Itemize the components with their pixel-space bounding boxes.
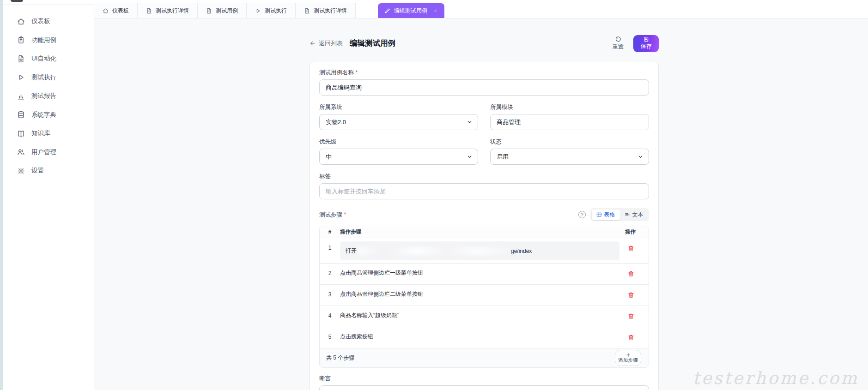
tab-icon	[384, 8, 390, 14]
step-text-cell[interactable]: 点击搜索按钮	[340, 327, 623, 341]
col-header-step: 操作步骤	[340, 228, 623, 235]
delete-step-button[interactable]	[625, 242, 637, 254]
sidebar-item-label: 测试执行	[31, 73, 56, 82]
steps-table-body: 1 打开 ge/index	[320, 238, 649, 348]
text-lines-icon	[625, 212, 630, 217]
module-input[interactable]	[490, 114, 649, 130]
case-name-input[interactable]	[319, 79, 649, 96]
sidebar-item-label: 仪表板	[31, 17, 50, 25]
sidebar-item-icon	[17, 130, 25, 138]
step-text-cell[interactable]: 打开 ge/index	[340, 238, 623, 260]
step-text-cell[interactable]: 点击商品管理侧边栏二级菜单按钮	[340, 285, 623, 298]
status-select[interactable]: 启用	[490, 149, 649, 165]
delete-step-button[interactable]	[625, 289, 637, 301]
sidebar-item[interactable]: UI自动化	[3, 49, 94, 68]
delete-step-button[interactable]	[625, 310, 637, 322]
field-system: 所属系统 实物2.0	[319, 103, 478, 130]
sidebar-item-icon	[17, 36, 25, 44]
tags-input[interactable]	[319, 183, 649, 199]
steps-view-table-toggle[interactable]: 表格	[592, 210, 620, 220]
priority-label: 优先级	[319, 138, 478, 146]
redacted-blur	[358, 247, 510, 255]
chevron-down-icon	[637, 154, 643, 160]
tab-label: 编辑测试用例	[394, 7, 427, 15]
steps-table-footer: 共 5 个步骤 添加步骤	[320, 348, 649, 367]
add-step-button[interactable]: 添加步骤	[615, 350, 641, 366]
content-area: 返回列表 编辑测试用例 重置 保存 测试用例名称	[94, 18, 868, 390]
trash-icon	[628, 270, 634, 277]
reset-button[interactable]: 重置	[613, 36, 624, 51]
sidebar: 仪表板 功能用例 UI自动化 测试执行 测试报告 系统字典 知识库	[3, 0, 94, 390]
tab-label: 测试用例	[216, 7, 238, 15]
sidebar-item[interactable]: 知识库	[3, 124, 94, 143]
sidebar-item-icon	[17, 55, 25, 63]
steps-table: # 操作步骤 操作 1 打开 ge/index	[319, 226, 649, 368]
tab[interactable]: 测试执行	[247, 3, 296, 18]
step-redacted-input[interactable]: 打开 ge/index	[340, 241, 619, 260]
step-row: 2 点击商品管理侧边栏一级菜单按钮	[320, 264, 649, 285]
sidebar-item[interactable]: 仪表板	[3, 12, 94, 31]
steps-view-toggle: 表格 文本	[590, 208, 649, 221]
tab[interactable]: 测试执行详情	[296, 3, 356, 18]
tab[interactable]: 仪表板	[94, 3, 138, 18]
system-select[interactable]: 实物2.0	[319, 114, 478, 130]
sidebar-item-label: 测试报告	[31, 92, 56, 100]
steps-count: 共 5 个步骤	[326, 354, 354, 362]
sidebar-item-icon	[17, 73, 25, 81]
assertion-textarea[interactable]: 商品列表展示“超级奶瓶”商品	[319, 385, 649, 390]
priority-select[interactable]: 中	[319, 149, 478, 165]
sidebar-item-label: 功能用例	[31, 36, 56, 44]
sidebar-item[interactable]: 设置	[3, 162, 94, 180]
steps-table-header: # 操作步骤 操作	[320, 226, 649, 238]
field-case-name: 测试用例名称	[319, 69, 649, 96]
sidebar-item[interactable]: 测试报告	[3, 87, 94, 106]
tab[interactable]: 编辑测试用例	[378, 3, 444, 18]
tab-close-icon[interactable]	[433, 8, 438, 13]
sidebar-item-icon	[17, 111, 25, 119]
tab-icon	[206, 8, 212, 14]
delete-step-button[interactable]	[625, 268, 637, 280]
delete-step-button[interactable]	[625, 331, 637, 343]
sidebar-item[interactable]: 系统字典	[3, 106, 94, 125]
field-priority: 优先级 中	[319, 138, 478, 165]
trash-icon	[628, 245, 634, 252]
sidebar-item-icon	[17, 92, 25, 100]
page-title: 编辑测试用例	[350, 38, 395, 48]
reset-icon	[615, 36, 621, 42]
step-text: 商品名称输入“超级奶瓶”	[340, 312, 399, 318]
left-edge-accent	[0, 0, 3, 390]
arrow-left-icon	[310, 40, 316, 47]
step-row: 4 商品名称输入“超级奶瓶”	[320, 306, 649, 327]
step-number: 4	[320, 306, 340, 319]
sidebar-nav: 仪表板 功能用例 UI自动化 测试执行 测试报告 系统字典 知识库	[3, 0, 94, 180]
tab[interactable]: 测试用例	[198, 3, 247, 18]
step-text-cell[interactable]: 点击商品管理侧边栏一级菜单按钮	[340, 264, 623, 277]
steps-view-text-toggle[interactable]: 文本	[620, 210, 648, 220]
plus-icon	[626, 353, 631, 357]
sidebar-item-label: 知识库	[31, 129, 50, 138]
tags-label: 标签	[319, 173, 649, 180]
steps-label: 测试步骤	[319, 211, 346, 219]
sidebar-item-label: 系统字典	[31, 111, 56, 119]
step-text-cell[interactable]: 商品名称输入“超级奶瓶”	[340, 306, 623, 319]
tab-icon	[103, 8, 109, 14]
step-text: 点击商品管理侧边栏二级菜单按钮	[340, 291, 423, 297]
col-header-index: #	[320, 229, 340, 235]
step-number: 1	[320, 238, 340, 251]
step-text: 点击商品管理侧边栏一级菜单按钮	[340, 270, 423, 276]
col-header-actions: 操作	[623, 228, 649, 235]
help-icon[interactable]	[578, 211, 586, 218]
back-to-list-link[interactable]: 返回列表	[310, 39, 343, 48]
edit-form-card: 测试用例名称 所属系统 实物2.0 所属模块 优先级	[310, 61, 659, 390]
save-button[interactable]: 保存	[633, 35, 659, 52]
sidebar-item[interactable]: 测试执行	[3, 68, 94, 87]
sidebar-item[interactable]: 用户管理	[3, 143, 94, 162]
tab-label: 测试执行详情	[314, 7, 347, 15]
sidebar-item-label: 设置	[31, 167, 44, 175]
tab-label: 测试执行详情	[156, 7, 189, 15]
tab[interactable]: 测试执行详情	[138, 3, 198, 18]
trash-icon	[628, 292, 634, 298]
watermark: testerhome.com	[693, 368, 859, 388]
chevron-down-icon	[467, 119, 473, 125]
sidebar-item[interactable]: 功能用例	[3, 31, 94, 50]
